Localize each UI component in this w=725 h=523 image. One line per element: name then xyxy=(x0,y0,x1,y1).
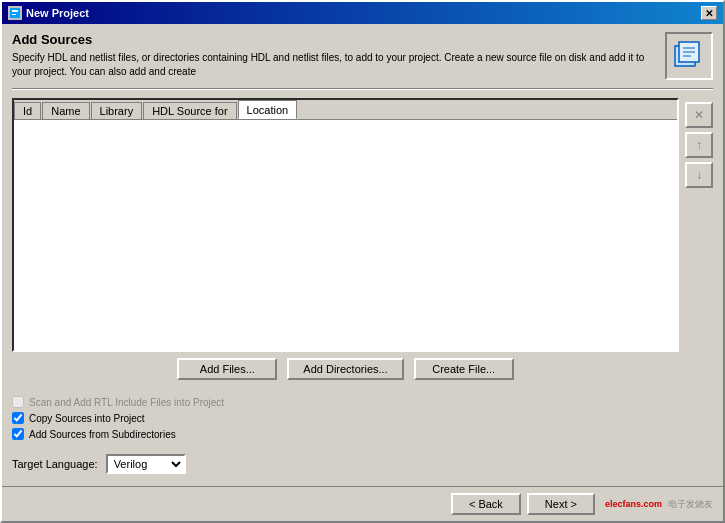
create-file-button[interactable]: Create File... xyxy=(414,358,514,380)
title-bar-left: New Project xyxy=(8,6,89,20)
delete-button[interactable]: ✕ xyxy=(685,102,713,128)
header-text: Add Sources Specify HDL and netlist file… xyxy=(12,32,655,79)
target-language-section: Target Language: Verilog VHDL xyxy=(12,450,713,478)
scan-rtl-checkbox[interactable] xyxy=(12,396,24,408)
file-table: Id Name Library HDL Source for Location xyxy=(12,98,679,352)
svg-rect-0 xyxy=(10,8,20,18)
tab-header: Id Name Library HDL Source for Location xyxy=(14,100,677,120)
move-down-button[interactable]: ↓ xyxy=(685,162,713,188)
watermark-chinese: 电子发烧友 xyxy=(668,498,713,511)
side-buttons: ✕ ↑ ↓ xyxy=(685,98,713,386)
main-window: New Project ✕ Add Sources Specify HDL an… xyxy=(0,0,725,523)
tab-library[interactable]: Library xyxy=(91,102,143,119)
target-language-select[interactable]: Verilog VHDL xyxy=(106,454,186,474)
window-title: New Project xyxy=(26,7,89,19)
tab-id[interactable]: Id xyxy=(14,102,41,119)
add-directories-button[interactable]: Add Directories... xyxy=(287,358,403,380)
bottom-bar: < Back Next > elecfans.com 电子发烧友 xyxy=(2,486,723,521)
header-logo xyxy=(665,32,713,80)
next-button[interactable]: Next > xyxy=(527,493,595,515)
table-body xyxy=(14,120,677,350)
close-button[interactable]: ✕ xyxy=(701,6,717,20)
header-section: Add Sources Specify HDL and netlist file… xyxy=(12,32,713,80)
header-description: Specify HDL and netlist files, or direct… xyxy=(12,51,655,79)
svg-rect-1 xyxy=(12,10,18,12)
main-content: Add Sources Specify HDL and netlist file… xyxy=(2,24,723,486)
move-up-button[interactable]: ↑ xyxy=(685,132,713,158)
add-subdirs-label: Add Sources from Subdirectories xyxy=(29,429,176,440)
add-files-button[interactable]: Add Files... xyxy=(177,358,277,380)
target-language-label: Target Language: xyxy=(12,458,98,470)
tab-hdl-source[interactable]: HDL Source for xyxy=(143,102,236,119)
checkbox-row-1: Scan and Add RTL Include Files into Proj… xyxy=(12,396,713,408)
window-icon xyxy=(8,6,22,20)
checkbox-row-3: Add Sources from Subdirectories xyxy=(12,428,713,440)
back-button[interactable]: < Back xyxy=(451,493,521,515)
main-panel: Id Name Library HDL Source for Location … xyxy=(12,98,713,386)
copy-sources-label: Copy Sources into Project xyxy=(29,413,145,424)
checkbox-row-2: Copy Sources into Project xyxy=(12,412,713,424)
svg-rect-2 xyxy=(12,14,16,15)
divider xyxy=(12,88,713,90)
tab-location[interactable]: Location xyxy=(238,100,298,119)
title-bar: New Project ✕ xyxy=(2,2,723,24)
action-buttons: Add Files... Add Directories... Create F… xyxy=(12,352,679,386)
copy-sources-checkbox[interactable] xyxy=(12,412,24,424)
scan-rtl-label: Scan and Add RTL Include Files into Proj… xyxy=(29,397,224,408)
watermark-site: elecfans.com xyxy=(605,499,662,509)
add-subdirs-checkbox[interactable] xyxy=(12,428,24,440)
checkboxes-section: Scan and Add RTL Include Files into Proj… xyxy=(12,392,713,444)
page-title: Add Sources xyxy=(12,32,655,47)
tab-name[interactable]: Name xyxy=(42,102,89,119)
